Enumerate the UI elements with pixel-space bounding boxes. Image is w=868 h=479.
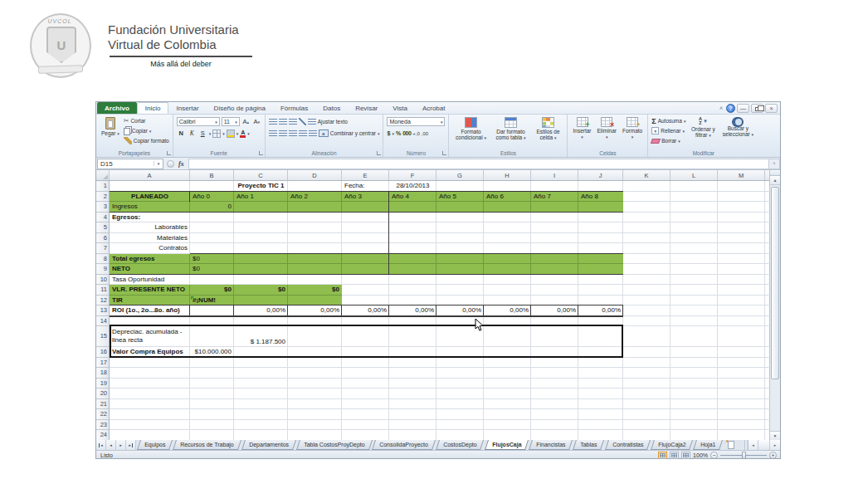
col-header-E[interactable]: E (342, 170, 389, 180)
font-color-icon[interactable]: A (240, 130, 246, 138)
insert-worksheet-icon[interactable] (725, 440, 737, 450)
row-header-4[interactable]: 4 (96, 213, 109, 223)
scroll-left-icon[interactable]: ◂ (749, 440, 758, 450)
col-header-G[interactable]: G (436, 170, 484, 180)
ribbon-tab-inicio[interactable]: Inicio (137, 102, 169, 114)
number-format-select[interactable]: Moneda▾ (387, 117, 445, 126)
currency-format-icon[interactable]: $ (387, 130, 390, 136)
sheet-tab-flujocaja2[interactable]: FlujoCaja2 (651, 440, 693, 450)
sheet-tab-contratistas[interactable]: Contratistas (605, 440, 651, 450)
copy-button[interactable]: Copiar▾ (124, 126, 169, 135)
ribbon-tab-datos[interactable]: Datos (315, 102, 348, 114)
align-right-icon[interactable] (289, 130, 297, 137)
row-header-17[interactable]: 17 (96, 358, 109, 369)
cell-A4[interactable]: Egresos: (110, 213, 190, 223)
zoom-in-icon[interactable]: + (769, 452, 777, 459)
decrease-indent-icon[interactable] (299, 130, 307, 137)
scrollbar-split-handle[interactable] (770, 170, 780, 176)
cell-C11[interactable]: $0 (234, 285, 288, 296)
horizontal-scrollbar[interactable]: ◂ ▸ (748, 440, 780, 450)
format-painter-button[interactable]: Copiar formato (124, 136, 169, 145)
insert-cells-button[interactable]: Insertar▾ (571, 116, 592, 141)
help-icon[interactable]: ? (726, 104, 735, 113)
col-header-A[interactable]: A (110, 170, 190, 180)
vertical-scrollbar-thumb[interactable] (771, 187, 779, 379)
sheet-tab-flujoscaja[interactable]: FlujosCaja (485, 440, 529, 450)
cell-C2[interactable]: Año 1 (234, 192, 288, 203)
minimize-icon[interactable]: — (737, 104, 749, 113)
percent-format-icon[interactable]: % (396, 130, 401, 136)
row-header-3[interactable]: 3 (96, 202, 109, 213)
merge-center-button[interactable]: aCombinar y centrar▾ (319, 129, 380, 138)
row-header-7[interactable]: 7 (96, 243, 109, 254)
row-header-20[interactable]: 20 (96, 389, 109, 399)
cell-B2[interactable]: Año 0 (190, 192, 234, 203)
clear-button[interactable]: Borrar▾ (651, 136, 685, 145)
underline-button[interactable]: S (198, 129, 207, 138)
sort-filter-button[interactable]: AZ▼ Ordenar y filtrar ▾ (688, 116, 718, 139)
next-sheet-icon[interactable]: ▸ (116, 440, 126, 450)
zoom-slider-thumb[interactable] (742, 452, 746, 459)
cell-G2[interactable]: Año 5 (436, 192, 484, 203)
cell-A10[interactable]: Tasa Oportunidad (110, 275, 190, 286)
col-header-J[interactable]: J (578, 170, 623, 180)
row-header-10[interactable]: 10 (96, 275, 109, 286)
bold-button[interactable]: N (177, 129, 186, 138)
wrap-text-button[interactable]: Ajustar texto (308, 117, 348, 126)
sheet-tab-tablas[interactable]: Tablas (573, 440, 604, 450)
row-header-22[interactable]: 22 (96, 409, 109, 420)
ribbon-tab-vista[interactable]: Vista (385, 102, 415, 114)
sheet-tab-recursos-de-trabajo[interactable]: Recursos de Trabajo (173, 440, 241, 450)
col-header-M[interactable]: M (718, 170, 765, 180)
cell-H2[interactable]: Año 6 (484, 192, 531, 203)
last-sheet-icon[interactable]: ▸ (126, 440, 136, 450)
conditional-formatting-button[interactable]: Formato condicional ▾ (452, 116, 489, 142)
cell-A2[interactable]: PLANEADO (110, 192, 190, 203)
cell-styles-button[interactable]: Estilos de celda ▾ (532, 116, 563, 142)
col-header-B[interactable]: B (190, 170, 234, 180)
increase-indent-icon[interactable] (309, 130, 317, 137)
cell-J2[interactable]: Año 8 (578, 192, 623, 203)
name-box[interactable]: D15 ▾ (97, 159, 163, 169)
row-header-1[interactable]: 1 (96, 181, 109, 192)
decrease-decimal-icon[interactable]: ,00 (422, 131, 428, 136)
cell-A8[interactable]: Total egresos (110, 254, 190, 265)
cut-button[interactable]: ✂Cortar (124, 116, 169, 125)
ribbon-tab-archivo[interactable]: Archivo (97, 102, 137, 114)
cell-A5[interactable]: Laborables (110, 222, 190, 233)
view-page-layout-icon[interactable] (670, 452, 679, 459)
autosum-button[interactable]: ΣAutosuma▾ (651, 116, 685, 125)
row-header-13[interactable]: 13 (96, 305, 109, 316)
view-page-break-icon[interactable] (681, 452, 690, 459)
close-icon[interactable]: × (765, 104, 778, 113)
scroll-right-icon[interactable]: ▸ (770, 440, 780, 450)
format-as-table-button[interactable]: Dar formato como tabla ▾ (491, 116, 529, 142)
grow-font-icon[interactable]: A▴ (241, 117, 251, 126)
cell-D2[interactable]: Año 2 (288, 192, 342, 203)
name-box-dropdown-icon[interactable]: ▾ (154, 161, 163, 166)
col-header-H[interactable]: H (484, 170, 531, 180)
col-header-C[interactable]: C (234, 170, 288, 180)
cell-B11[interactable]: $0 (190, 285, 234, 296)
ribbon-tab-revisar[interactable]: Revisar (348, 102, 385, 114)
formula-input[interactable] (188, 159, 768, 169)
sheet-tab-costosdepto[interactable]: CostosDepto (436, 440, 484, 450)
row-header-16[interactable]: 16 (96, 347, 109, 358)
sheet-tab-equipos[interactable]: Equipos (137, 440, 173, 450)
worksheet-grid[interactable]: Proyecto TIC 1Fecha:28/10/2013PLANEADOAñ… (110, 181, 771, 440)
view-normal-icon[interactable] (658, 452, 667, 459)
orientation-icon[interactable] (299, 118, 306, 125)
cell-D11[interactable]: $0 (288, 285, 342, 296)
ribbon-tab-fórmulas[interactable]: Fórmulas (273, 102, 315, 114)
row-header-11[interactable]: 11 (96, 285, 109, 296)
col-header-L[interactable]: L (671, 170, 718, 180)
cell-B8[interactable]: $0 (190, 254, 234, 265)
ribbon-tab-insertar[interactable]: Insertar (168, 102, 206, 114)
sheet-tab-financistas[interactable]: Financistas (529, 440, 573, 450)
comma-format-icon[interactable]: 000 (402, 130, 411, 136)
italic-button[interactable]: K (188, 129, 197, 138)
ribbon-tab-acrobat[interactable]: Acrobat (415, 102, 453, 114)
borders-icon[interactable] (212, 130, 221, 138)
row-header-12[interactable]: 12 (96, 296, 109, 306)
increase-decimal-icon[interactable]: +,0 (412, 131, 420, 136)
